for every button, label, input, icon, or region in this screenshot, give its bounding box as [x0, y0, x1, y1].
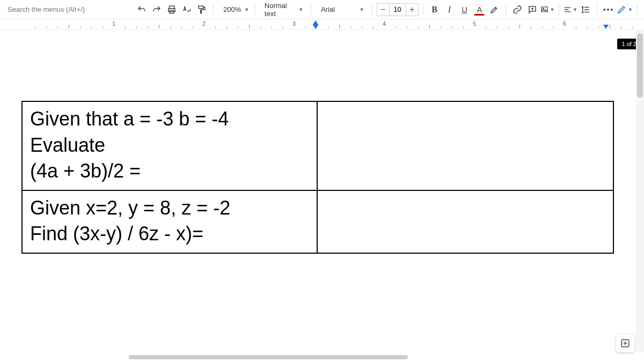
separator [559, 4, 559, 16]
separator [597, 4, 597, 16]
ruler-tick [486, 26, 486, 28]
ruler-tick [497, 26, 497, 28]
ruler-number: 1 [112, 21, 115, 27]
ruler-tick [350, 26, 351, 28]
document-canvas[interactable]: Given that a = -3 b = -4 Evaluate (4a + … [0, 30, 644, 362]
explore-button[interactable] [616, 334, 634, 352]
chevron-down-icon: ▼ [573, 7, 577, 12]
main-toolbar: Search the menus (Alt+/) 200%▼ Normal te… [0, 0, 644, 19]
ruler-tick [69, 25, 69, 28]
more-options-button[interactable]: ••• [602, 3, 616, 17]
highlight-button[interactable] [487, 3, 501, 17]
chevron-down-icon: ▼ [360, 7, 364, 12]
insert-image-button[interactable]: ▼ [540, 3, 554, 17]
print-button[interactable] [165, 3, 179, 17]
vertical-scrollbar-thumb[interactable] [637, 33, 643, 98]
editing-mode-button[interactable]: ▼ [617, 3, 633, 17]
chevron-down-icon: ▼ [244, 7, 249, 12]
add-comment-button[interactable] [525, 3, 539, 17]
horizontal-ruler[interactable]: 123456 [0, 19, 644, 30]
font-dropdown[interactable]: Arial▼ [316, 3, 368, 17]
paragraph-style-value: Normal text [265, 2, 295, 18]
ruler-tick [373, 26, 374, 28]
ruler-tick [103, 26, 103, 28]
text-color-button[interactable]: A [472, 3, 486, 17]
table-cell[interactable]: Given x=2, y = 8, z = -2 Find (3x-y) / 6… [22, 190, 317, 253]
ruler-tick [542, 26, 543, 28]
ruler-tick [57, 26, 58, 28]
ruler-number: 3 [292, 21, 296, 27]
ruler-tick [598, 26, 599, 28]
line-spacing-button[interactable] [579, 3, 592, 17]
document-table[interactable]: Given that a = -3 b = -4 Evaluate (4a + … [21, 101, 614, 254]
ruler-tick [46, 26, 47, 28]
insert-link-button[interactable] [510, 3, 524, 17]
horizontal-scrollbar[interactable] [97, 354, 504, 360]
ruler-tick [249, 25, 250, 28]
ruler-tick [519, 25, 520, 28]
vertical-scrollbar[interactable] [636, 30, 644, 352]
separator [213, 4, 214, 16]
underline-button[interactable]: U [457, 3, 471, 17]
ruler-tick [396, 26, 396, 28]
ruler-tick [136, 26, 137, 28]
first-line-indent-marker[interactable] [313, 20, 318, 25]
table-row[interactable]: Given x=2, y = 8, z = -2 Find (3x-y) / 6… [22, 190, 613, 253]
paint-format-button[interactable] [195, 3, 209, 17]
ruler-tick [272, 26, 272, 28]
paragraph-style-dropdown[interactable]: Normal text▼ [259, 3, 306, 17]
ruler-number: 6 [563, 21, 566, 27]
ruler-tick [339, 25, 340, 28]
spellcheck-button[interactable] [180, 3, 194, 17]
ruler-tick [576, 26, 576, 28]
zoom-value: 200% [223, 5, 241, 13]
italic-button[interactable]: I [442, 3, 456, 17]
align-button[interactable]: ▼ [564, 3, 577, 17]
ruler-tick [407, 26, 407, 28]
ruler-tick [452, 26, 452, 28]
decrease-font-size-button[interactable]: − [377, 5, 389, 14]
ruler-tick [418, 26, 419, 28]
ruler-tick [238, 26, 238, 28]
chevron-down-icon: ▼ [550, 7, 554, 12]
separator [254, 4, 255, 16]
redo-button[interactable] [150, 3, 164, 17]
separator [372, 4, 372, 16]
ruler-tick [35, 26, 35, 28]
ruler-tick [632, 26, 633, 28]
ruler-tick [621, 26, 621, 28]
table-cell[interactable] [317, 101, 613, 190]
ruler-tick [531, 26, 531, 28]
right-indent-marker[interactable] [603, 25, 609, 29]
table-cell[interactable]: Given that a = -3 b = -4 Evaluate (4a + … [22, 101, 317, 190]
separator [637, 4, 638, 16]
svg-rect-3 [199, 6, 203, 9]
undo-button[interactable] [135, 3, 149, 17]
ruler-tick [610, 25, 610, 28]
ruler-tick [159, 25, 159, 28]
zoom-dropdown[interactable]: 200%▼ [218, 3, 250, 17]
table-cell[interactable] [317, 190, 613, 253]
bold-button[interactable]: B [427, 3, 441, 17]
ruler-tick [429, 25, 430, 28]
ruler-tick [91, 26, 92, 28]
ruler-tick [328, 26, 328, 28]
ruler-tick [226, 26, 227, 28]
left-indent-marker[interactable] [313, 25, 318, 29]
ruler-number: 5 [473, 21, 476, 27]
ruler-number: 4 [383, 21, 386, 27]
chevron-down-icon: ▼ [628, 7, 633, 12]
menu-search-input[interactable]: Search the menus (Alt+/) [3, 3, 134, 17]
separator [311, 4, 311, 16]
increase-font-size-button[interactable]: + [406, 5, 418, 14]
separator [423, 4, 423, 16]
horizontal-scrollbar-thumb[interactable] [129, 355, 408, 359]
ruler-tick [508, 26, 509, 28]
ruler-tick [587, 26, 588, 28]
font-size-input[interactable]: 10 [389, 4, 406, 16]
ruler-tick [80, 26, 80, 28]
ruler-tick [181, 26, 182, 28]
table-row[interactable]: Given that a = -3 b = -4 Evaluate (4a + … [22, 101, 613, 190]
ruler-tick [441, 26, 441, 28]
ruler-number: 2 [202, 21, 206, 27]
